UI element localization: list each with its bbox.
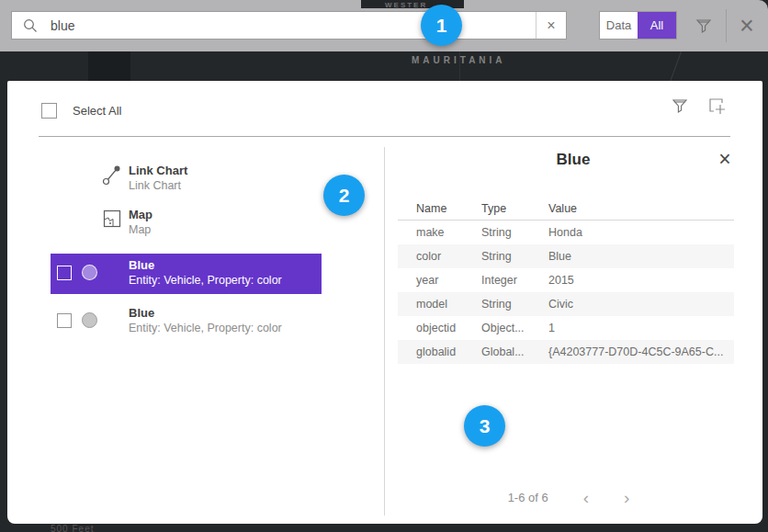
app-window: MAURITANIA 500 Feet WESTER × Data All ×	[0, 0, 768, 532]
result-item-map[interactable]: Map Map	[51, 206, 322, 239]
close-search-button[interactable]: ×	[731, 7, 762, 44]
list-detail-divider	[384, 147, 385, 515]
result-item-blue[interactable]: Blue Entity: Vehicle, Property: color	[51, 301, 322, 342]
map-border-line	[670, 51, 682, 82]
table-row: objectid Object... 1	[398, 316, 734, 340]
select-all-row[interactable]: Select All	[41, 103, 121, 119]
link-chart-icon	[102, 164, 122, 186]
result-checkbox[interactable]	[57, 313, 72, 328]
table-row: model String Civic	[398, 292, 734, 316]
add-to-selection-icon[interactable]	[706, 95, 728, 117]
result-item-blue-selected[interactable]: Blue Entity: Vehicle, Property: color	[51, 254, 322, 294]
result-checkbox[interactable]	[57, 266, 72, 280]
map-label-mauritania: MAURITANIA	[412, 55, 506, 65]
clear-search-button[interactable]: ×	[536, 12, 566, 39]
result-subtitle: Entity: Vehicle, Property: color	[129, 321, 282, 335]
table-row: color String Blue	[398, 244, 734, 268]
scope-data-option[interactable]: Data	[600, 12, 638, 39]
result-subtitle: Map	[129, 222, 152, 237]
panel-divider	[39, 136, 730, 137]
table-row: globalid Global... {A4203777-D70D-4C5C-9…	[398, 340, 734, 364]
result-subtitle: Link Chart	[129, 178, 187, 193]
callout-step-2: 2	[323, 175, 365, 216]
search-results-panel: Select All Link Chart Link Chart	[7, 81, 762, 524]
table-row: make String Honda	[398, 221, 734, 244]
result-title: Blue	[129, 258, 282, 273]
previous-page-icon[interactable]: ‹	[583, 489, 589, 506]
column-header-type: Type	[481, 197, 548, 221]
map-icon	[102, 208, 122, 230]
entity-symbol-icon	[82, 265, 97, 280]
scope-all-option[interactable]: All	[638, 12, 676, 39]
callout-step-3: 3	[464, 405, 505, 447]
toolbar-divider	[726, 9, 727, 42]
filter-icon[interactable]	[695, 17, 713, 35]
map-scale-label: 500 Feet	[51, 524, 94, 532]
search-scope-toggle: Data All	[599, 11, 677, 40]
table-row: year Integer 2015	[398, 268, 734, 292]
search-icon	[23, 18, 38, 33]
select-all-label: Select All	[73, 104, 121, 118]
search-box: ×	[11, 11, 567, 40]
select-all-checkbox[interactable]	[41, 103, 57, 119]
close-detail-icon[interactable]: ×	[711, 145, 739, 173]
next-page-icon[interactable]: ›	[624, 489, 629, 506]
filter-icon[interactable]	[671, 96, 689, 115]
clear-icon: ×	[547, 17, 555, 34]
pagination-range-label: 1-6 of 6	[508, 491, 548, 504]
result-title: Blue	[129, 306, 282, 321]
map-landmass-shape	[88, 46, 130, 83]
table-header-row: Name Type Value	[398, 197, 734, 221]
callout-step-1: 1	[421, 5, 462, 46]
result-title: Link Chart	[129, 164, 187, 178]
attribute-table: Name Type Value make String Honda color …	[398, 197, 734, 364]
column-header-value: Value	[548, 197, 734, 221]
column-header-name: Name	[416, 197, 481, 221]
pagination: 1-6 of 6 ‹ ›	[385, 483, 752, 511]
result-subtitle: Entity: Vehicle, Property: color	[129, 273, 282, 288]
result-title: Map	[129, 208, 152, 222]
detail-title: Blue	[385, 151, 762, 169]
entity-symbol-icon	[82, 312, 97, 328]
result-item-link-chart[interactable]: Link Chart Link Chart	[51, 162, 322, 195]
